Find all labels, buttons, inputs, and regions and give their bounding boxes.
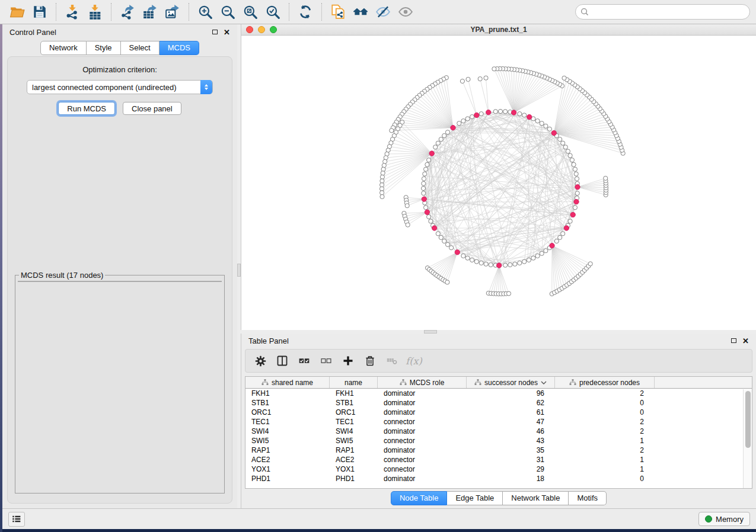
column-header-name[interactable]: name <box>330 377 378 388</box>
tab-node-table[interactable]: Node Table <box>391 491 448 505</box>
first-neighbors-button[interactable] <box>351 2 370 21</box>
table-scrollbar-thumb[interactable] <box>745 391 751 448</box>
table-row[interactable]: RAP1 RAP1 dominator 35 2 <box>245 446 752 455</box>
open-button[interactable] <box>8 2 27 21</box>
toolbar-separator <box>289 3 289 21</box>
float-panel-icon[interactable] <box>212 30 218 34</box>
close-panel-button[interactable]: Close panel <box>123 102 181 115</box>
table-row[interactable]: SWI4 SWI4 dominator 46 2 <box>245 427 752 436</box>
horizontal-splitter[interactable] <box>241 330 756 334</box>
hide-selected-button[interactable] <box>374 2 393 21</box>
table-row[interactable]: ORC1 ORC1 dominator 61 0 <box>245 408 752 417</box>
cell-successor-nodes: 35 <box>467 446 555 455</box>
column-header-mcds-role[interactable]: MCDS role <box>378 377 467 388</box>
memory-button[interactable]: Memory <box>698 512 750 526</box>
create-column-button[interactable] <box>339 352 357 370</box>
float-panel-icon[interactable] <box>731 338 736 343</box>
run-mcds-button[interactable]: Run MCDS <box>58 102 115 115</box>
table-row[interactable]: PHD1 PHD1 dominator 18 0 <box>245 474 752 483</box>
refresh-button[interactable] <box>296 2 315 21</box>
zoom-selected-icon <box>265 4 280 20</box>
cell-mcds-role: connector <box>378 464 467 474</box>
zoom-out-icon <box>220 4 235 20</box>
close-panel-icon[interactable]: ✕ <box>742 337 749 345</box>
cell-mcds-role: connector <box>378 455 467 464</box>
zoom-out-button[interactable] <box>218 2 237 21</box>
splitter-grip[interactable] <box>237 264 241 277</box>
attribute-type-icon <box>400 379 407 386</box>
cell-successor-nodes: 47 <box>467 417 555 427</box>
import-network-icon <box>65 4 80 20</box>
mcds-result-item[interactable]: PHD1 <box>18 281 221 282</box>
tab-network[interactable]: Network <box>40 41 87 55</box>
window-maximize-icon[interactable] <box>270 26 277 33</box>
cell-predecessor-nodes: 1 <box>555 464 655 474</box>
toolbar-separator <box>189 3 189 21</box>
cell-filler <box>655 417 752 427</box>
table-panel-title: Table Panel <box>248 336 289 345</box>
import-table-button[interactable] <box>85 2 104 21</box>
window-minimize-icon[interactable] <box>258 26 265 33</box>
zoom-selected-button[interactable] <box>263 2 282 21</box>
network-canvas[interactable] <box>241 36 756 330</box>
show-all-button[interactable] <box>396 2 415 21</box>
close-panel-icon[interactable]: ✕ <box>224 28 230 36</box>
delete-column-button[interactable] <box>361 352 379 370</box>
export-network-button[interactable] <box>118 2 137 21</box>
table-row[interactable]: STB1 STB1 dominator 62 0 <box>245 398 752 408</box>
cell-successor-nodes: 31 <box>467 455 555 464</box>
zoom-fit-button[interactable] <box>241 2 260 21</box>
tab-mcds[interactable]: MCDS <box>160 41 199 55</box>
cell-predecessor-nodes: 2 <box>555 389 655 398</box>
tab-edge-table[interactable]: Edge Table <box>447 491 503 505</box>
zoom-in-button[interactable] <box>196 2 215 21</box>
unselect-all-button[interactable] <box>317 352 335 370</box>
attribute-type-icon <box>261 379 269 386</box>
duplicate-network-button[interactable] <box>328 2 347 21</box>
optimization-criterion-select[interactable]: largest connected component (undirected) <box>27 80 213 94</box>
column-header-shared-name[interactable]: shared name <box>245 377 330 388</box>
table-row[interactable]: YOX1 YOX1 connector 29 1 <box>245 464 752 474</box>
cell-predecessor-nodes: 0 <box>555 408 655 417</box>
optimization-criterion-label: Optimization criterion: <box>12 65 227 74</box>
tab-style[interactable]: Style <box>87 41 121 55</box>
table-row[interactable]: SWI5 SWI5 connector 43 1 <box>245 436 752 446</box>
cell-name: YOX1 <box>330 464 378 474</box>
import-network-button[interactable] <box>63 2 82 21</box>
table-row[interactable]: ACE2 ACE2 connector 31 1 <box>245 455 752 464</box>
export-image-button[interactable] <box>163 2 182 21</box>
show-columns-button[interactable] <box>273 352 291 370</box>
cell-filler <box>655 455 752 464</box>
network-graph[interactable] <box>241 36 756 328</box>
column-header-filler <box>655 377 752 388</box>
export-table-button[interactable] <box>141 2 160 21</box>
network-window: YPA_prune.txt_1 <box>241 24 756 330</box>
cell-shared-name: FKH1 <box>245 389 330 398</box>
table-settings-button[interactable] <box>251 352 269 370</box>
tab-motifs[interactable]: Motifs <box>569 491 607 505</box>
cell-successor-nodes: 61 <box>467 408 555 417</box>
columns-icon <box>276 355 288 367</box>
column-header-successor-nodes[interactable]: successor nodes <box>467 377 555 388</box>
log-console-button[interactable] <box>8 512 25 527</box>
network-window-title: YPA_prune.txt_1 <box>241 25 756 34</box>
memory-label: Memory <box>716 515 744 524</box>
save-button[interactable] <box>30 2 49 21</box>
window-close-icon[interactable] <box>246 26 253 33</box>
function-builder-button: f(x) <box>405 352 423 370</box>
select-all-button[interactable] <box>295 352 313 370</box>
column-header-predecessor-nodes[interactable]: predecessor nodes <box>555 377 655 388</box>
search-input[interactable] <box>575 4 750 20</box>
tab-network-table[interactable]: Network Table <box>503 491 569 505</box>
table-scrollbar[interactable] <box>743 389 752 488</box>
cell-name: ORC1 <box>330 408 378 417</box>
cell-name: RAP1 <box>330 446 378 455</box>
toolbar-separator <box>321 3 322 21</box>
vertical-splitter[interactable] <box>237 24 241 508</box>
tab-select[interactable]: Select <box>121 41 160 55</box>
cell-filler <box>655 446 752 455</box>
table-row[interactable]: TEC1 TEC1 connector 47 2 <box>245 417 752 427</box>
splitter-grip[interactable] <box>424 330 437 334</box>
table-row[interactable]: FKH1 FKH1 dominator 96 2 <box>245 389 752 398</box>
cell-predecessor-nodes: 0 <box>555 398 655 408</box>
